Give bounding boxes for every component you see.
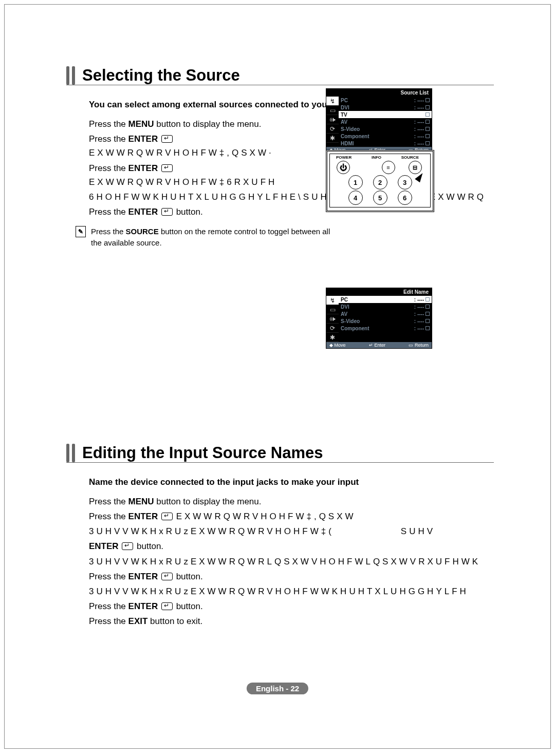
osd2-row-component: Component: ---- — [339, 325, 432, 332]
section1-steps: Press the MENU button to display the men… — [89, 117, 356, 219]
s2-step9: Press the EXIT button to exit. — [89, 614, 459, 628]
osd2-title: Edit Name — [326, 288, 432, 296]
s1-step3: Press the ENTER EXWWRQWRVHOHFW‡6RXUFH — [89, 161, 356, 189]
s1-step4: 6HOHFWWKHUHTXLUHGGHYLFHE\SUHVVLQJWKHxRUz… — [89, 190, 356, 204]
osd1-sidebar-icons: ↯ ▭ 🕪 ⟳ ✱ — [326, 97, 339, 147]
remote-illustration: POWER INFO SOURCE 1 2 3 4 5 6 — [326, 150, 434, 212]
osd2-rows: PC: ---- DVI: ---- AV: ---- S-Video: ---… — [339, 296, 432, 342]
osd1-title: Source List — [326, 89, 432, 97]
section1-note: ✎ Press the SOURCE button on the remote … — [76, 226, 343, 249]
s2-step3: 3UHVVWKHxRUzEXWWRQWRVHOHFW‡( SUHV — [89, 524, 459, 538]
osd2-row-svideo: S-Video: ---- — [339, 317, 432, 325]
s2-step2: Press the ENTER EXWWRQWRVHOHFW‡,QSXW — [89, 509, 459, 523]
remote-btn-5: 5 — [373, 191, 387, 205]
s1-step1: Press the MENU button to display the men… — [89, 117, 356, 131]
section-title-2: Editing the Input Source Names — [82, 444, 323, 462]
remote-power-label: POWER — [336, 155, 351, 160]
s2-step4: ENTER button. — [89, 539, 459, 553]
s2-step6: Press the ENTER button. — [89, 570, 459, 583]
osd1-row-component: Component: ---- — [339, 133, 432, 140]
s1-step5: Press the ENTER button. — [89, 205, 356, 219]
sound-icon: 🕪 — [326, 314, 339, 324]
page-number-badge: English - 22 — [247, 683, 308, 694]
input-icon: ↯ — [326, 97, 339, 106]
setup-icon: ✱ — [326, 134, 339, 143]
s2-step5: 3UHVVWKHxRUzEXWWRQWRLQSXWVHOHFWLQSXWVRXU… — [89, 555, 459, 569]
enter-icon — [161, 208, 173, 216]
input-icon: ↯ — [326, 296, 339, 305]
osd1-row-svideo: S-Video: ---- — [339, 125, 432, 133]
osd-edit-name: Edit Name ↯ ▭ 🕪 ⟳ ✱ PC: ---- DVI: ---- A… — [326, 288, 432, 349]
osd2-row-av: AV: ---- — [339, 310, 432, 317]
osd1-row-av: AV: ---- — [339, 118, 432, 125]
remote-btn-6: 6 — [398, 191, 412, 205]
note-text: Press the SOURCE button on the remote co… — [91, 226, 343, 249]
enter-icon — [161, 513, 173, 520]
section-header-2: Editing the Input Source Names — [66, 444, 494, 463]
picture-icon: ▭ — [326, 106, 339, 115]
remote-power-button — [337, 161, 350, 174]
section-header-1: Selecting the Source — [66, 66, 494, 85]
osd1-row-pc: PC: ---- — [339, 97, 432, 104]
osd2-row-pc: PC: ---- — [339, 296, 432, 303]
osd2-sidebar-icons: ↯ ▭ 🕪 ⟳ ✱ — [326, 296, 339, 342]
osd1-row-hdmi: HDMI: ---- — [339, 140, 432, 147]
header-accent-bars — [66, 444, 75, 462]
osd1-row-tv: TV — [339, 111, 432, 118]
enter-icon — [161, 573, 173, 580]
section1-intro: You can select among external sources co… — [89, 100, 494, 110]
remote-info-label: INFO — [372, 155, 381, 160]
section2-intro: Name the device connected to the input j… — [89, 477, 494, 487]
remote-btn-4: 4 — [348, 191, 363, 205]
header-accent-bars — [66, 66, 75, 85]
osd-source-list: Source List ↯ ▭ 🕪 ⟳ ✱ PC: ---- DVI: ----… — [326, 88, 432, 154]
remote-info-button — [382, 161, 395, 174]
osd1-rows: PC: ---- DVI: ---- TV AV: ---- S-Video: … — [339, 97, 432, 147]
enter-icon — [161, 602, 173, 610]
enter-icon — [161, 164, 173, 172]
sound-icon: 🕪 — [326, 115, 339, 124]
section-title-1: Selecting the Source — [82, 66, 240, 85]
channel-icon: ⟳ — [326, 324, 339, 333]
osd2-footer: ◆ Move ↵ Enter ▭ Return — [326, 342, 432, 348]
s2-step7: 3UHVVWKHxRUzEXWWRQWRVHOHFWWKHUHTXLUHGGHY… — [89, 584, 459, 598]
enter-icon — [161, 135, 173, 143]
s2-step1: Press the MENU button to display the men… — [89, 495, 459, 508]
remote-btn-2: 2 — [373, 175, 387, 190]
remote-btn-1: 1 — [348, 175, 363, 190]
s1-step2: Press the ENTER EXWWRQWRVHOHFW‡,QSXW· — [89, 132, 356, 160]
s2-step8: Press the ENTER button. — [89, 599, 459, 613]
remote-btn-3: 3 — [398, 175, 412, 190]
enter-icon — [122, 542, 133, 550]
osd2-row-dvi: DVI: ---- — [339, 303, 432, 310]
osd1-row-dvi: DVI: ---- — [339, 104, 432, 111]
info-icon: ✎ — [76, 226, 86, 237]
remote-source-label: SOURCE — [401, 155, 419, 160]
picture-icon: ▭ — [326, 305, 339, 314]
setup-icon: ✱ — [326, 333, 339, 342]
section2-steps: Press the MENU button to display the men… — [89, 495, 459, 629]
channel-icon: ⟳ — [326, 124, 339, 134]
